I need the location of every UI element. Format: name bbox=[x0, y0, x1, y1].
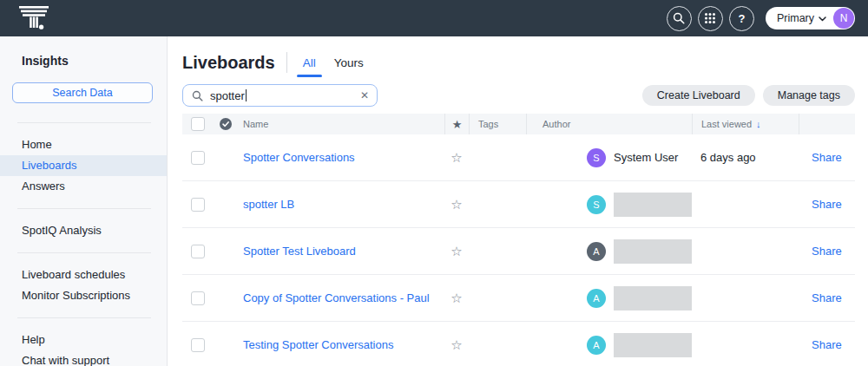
sort-descending-icon: ↓ bbox=[756, 119, 761, 129]
manage-tags-button[interactable]: Manage tags bbox=[763, 85, 855, 106]
chevron-down-icon bbox=[819, 16, 826, 22]
sidebar-item-liveboard-schedules[interactable]: Liveboard schedules bbox=[0, 265, 167, 285]
liveboard-name-link[interactable]: spotter LB bbox=[236, 198, 444, 211]
title-row: Liveboards All Yours bbox=[182, 50, 855, 75]
text-cursor bbox=[246, 89, 247, 101]
author-cell: A bbox=[526, 286, 692, 310]
tabs: All Yours bbox=[301, 50, 365, 75]
column-header-tags[interactable]: Tags bbox=[469, 114, 526, 134]
apps-grid-icon bbox=[704, 12, 716, 24]
liveboards-table: Name ★ Tags Author Last viewed ↓ Spotter… bbox=[182, 114, 855, 366]
author-cell: A bbox=[526, 239, 692, 264]
sidebar-divider bbox=[17, 208, 151, 209]
author-avatar: A bbox=[587, 336, 606, 355]
search-icon bbox=[192, 90, 203, 101]
thoughtspot-logo-icon bbox=[19, 5, 49, 31]
share-link[interactable]: Share bbox=[799, 291, 855, 304]
liveboard-search-input[interactable]: spotter ✕ bbox=[182, 84, 378, 107]
table-row: Spotter Conversations ☆ S System User 6 … bbox=[182, 134, 855, 181]
author-cell: S System User bbox=[526, 148, 692, 167]
favorite-star-icon[interactable]: ☆ bbox=[444, 244, 469, 259]
create-liveboard-button[interactable]: Create Liveboard bbox=[642, 85, 755, 106]
table-body: Spotter Conversations ☆ S System User 6 … bbox=[182, 134, 855, 366]
org-switcher[interactable]: Primary N bbox=[766, 7, 855, 29]
sidebar-divider bbox=[17, 252, 151, 253]
top-header: ? Primary N bbox=[0, 0, 868, 36]
table-row: spotter LB ☆ S Share bbox=[182, 181, 855, 228]
clear-search-icon[interactable]: ✕ bbox=[360, 89, 369, 101]
table-row: Testing Spotter Conversations ☆ A Share bbox=[182, 322, 855, 366]
row-checkbox[interactable] bbox=[191, 338, 205, 352]
toolbar: spotter ✕ Create Liveboard Manage tags bbox=[182, 84, 855, 107]
liveboard-name-link[interactable]: Copy of Spotter Conversations - Paul bbox=[236, 291, 444, 304]
author-cell: A bbox=[526, 333, 692, 357]
liveboard-name-link[interactable]: Spotter Test Liveboard bbox=[236, 245, 444, 258]
sidebar-item-spotiq-analysis[interactable]: SpotIQ Analysis bbox=[0, 220, 167, 241]
share-link[interactable]: Share bbox=[799, 245, 855, 258]
title-divider bbox=[286, 52, 287, 73]
sidebar-divider bbox=[17, 122, 151, 123]
liveboard-name-link[interactable]: Spotter Conversations bbox=[236, 151, 444, 164]
user-avatar[interactable]: N bbox=[833, 8, 854, 29]
table-row: Copy of Spotter Conversations - Paul ☆ A… bbox=[182, 275, 855, 322]
table-row: Spotter Test Liveboard ☆ A Share bbox=[182, 228, 855, 275]
favorite-column-icon[interactable]: ★ bbox=[452, 118, 463, 131]
author-cell: S bbox=[526, 193, 692, 217]
search-icon bbox=[673, 12, 685, 24]
author-avatar: S bbox=[587, 195, 606, 214]
sidebar-item-answers[interactable]: Answers bbox=[0, 176, 167, 197]
sidebar-item-liveboards[interactable]: Liveboards bbox=[0, 155, 167, 176]
toolbar-buttons: Create Liveboard Manage tags bbox=[642, 85, 855, 106]
apps-menu-button[interactable] bbox=[698, 6, 723, 31]
sidebar-item-monitor-subscriptions[interactable]: Monitor Subscriptions bbox=[0, 285, 167, 306]
sidebar: Insights Search Data HomeLiveboardsAnswe… bbox=[0, 36, 168, 366]
redacted-author-name bbox=[614, 333, 692, 357]
sidebar-nav: HomeLiveboardsAnswersSpotIQ AnalysisLive… bbox=[0, 122, 167, 366]
share-link[interactable]: Share bbox=[799, 198, 855, 211]
search-value: spotter bbox=[210, 89, 245, 102]
tab-all[interactable]: All bbox=[301, 51, 318, 75]
sidebar-item-help[interactable]: Help bbox=[0, 330, 167, 350]
sidebar-item-chat-with-support[interactable]: Chat with support bbox=[0, 350, 167, 366]
select-all-checkbox[interactable] bbox=[191, 117, 205, 131]
redacted-author-name bbox=[614, 193, 692, 217]
global-search-button[interactable] bbox=[667, 6, 692, 31]
column-header-author[interactable]: Author bbox=[526, 114, 692, 134]
column-header-share bbox=[799, 114, 855, 134]
row-checkbox[interactable] bbox=[191, 245, 205, 258]
org-switcher-label: Primary bbox=[777, 12, 814, 24]
sidebar-divider bbox=[17, 317, 151, 318]
row-checkbox[interactable] bbox=[191, 198, 205, 212]
redacted-author-name bbox=[614, 286, 692, 310]
favorite-star-icon[interactable]: ☆ bbox=[444, 337, 469, 353]
last-viewed: 6 days ago bbox=[692, 151, 799, 164]
favorite-star-icon[interactable]: ☆ bbox=[444, 197, 469, 212]
help-button[interactable]: ? bbox=[729, 6, 754, 31]
share-link[interactable]: Share bbox=[799, 338, 855, 351]
thoughtspot-logo[interactable] bbox=[19, 5, 49, 31]
sidebar-item-home[interactable]: Home bbox=[0, 134, 167, 155]
table-header: Name ★ Tags Author Last viewed ↓ bbox=[182, 114, 855, 134]
favorite-star-icon[interactable]: ☆ bbox=[444, 291, 469, 306]
main-content: Liveboards All Yours spotter ✕ Create Li… bbox=[168, 36, 868, 366]
redacted-author-name bbox=[614, 239, 692, 264]
sidebar-heading: Insights bbox=[22, 54, 167, 68]
favorite-star-icon[interactable]: ☆ bbox=[444, 150, 469, 166]
column-header-last-viewed[interactable]: Last viewed ↓ bbox=[692, 114, 799, 134]
liveboard-name-link[interactable]: Testing Spotter Conversations bbox=[236, 338, 444, 351]
row-checkbox[interactable] bbox=[191, 291, 205, 305]
topbar-actions: ? Primary N bbox=[667, 6, 855, 31]
share-link[interactable]: Share bbox=[799, 151, 855, 164]
tab-yours[interactable]: Yours bbox=[332, 51, 365, 75]
help-icon: ? bbox=[738, 12, 745, 25]
author-avatar: A bbox=[587, 242, 606, 261]
author-avatar: S bbox=[587, 148, 606, 167]
search-data-button[interactable]: Search Data bbox=[12, 82, 153, 103]
row-checkbox[interactable] bbox=[191, 151, 205, 165]
verified-badge-icon[interactable] bbox=[219, 117, 233, 131]
column-header-name[interactable]: Name bbox=[236, 114, 444, 134]
author-name: System User bbox=[614, 151, 678, 164]
page-title: Liveboards bbox=[182, 53, 275, 73]
author-avatar: A bbox=[587, 289, 606, 308]
